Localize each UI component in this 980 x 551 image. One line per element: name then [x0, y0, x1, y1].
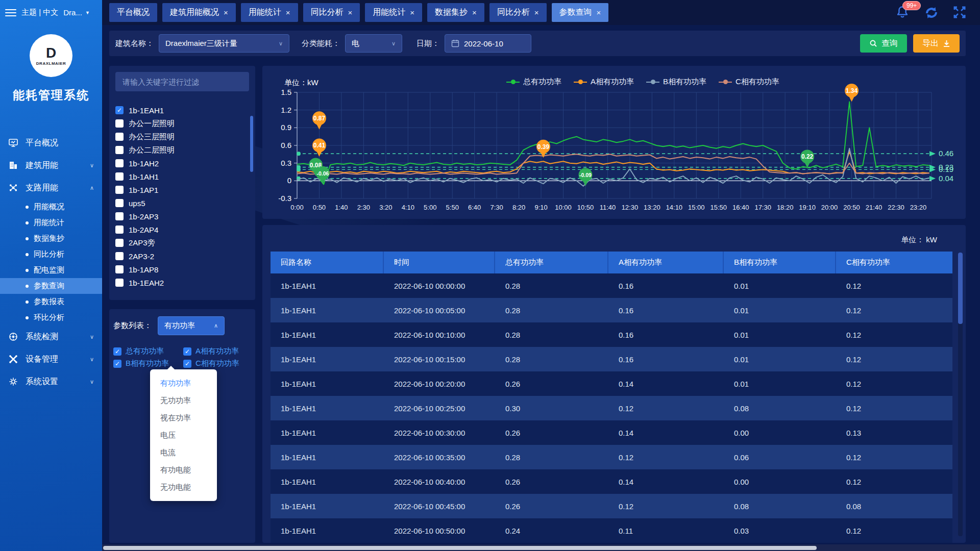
tab-用能统计[interactable]: 用能统计×: [241, 3, 298, 22]
dropdown-option-有功功率[interactable]: 有功功率: [150, 374, 217, 392]
sidebar-item-系统检测[interactable]: 系统检测∨: [0, 325, 102, 348]
checkbox[interactable]: [115, 199, 124, 207]
legend-item-B相有功功率[interactable]: B相有功功率: [646, 77, 706, 87]
circuit-item-1b-1EAH1[interactable]: ✓1b-1EAH1: [115, 104, 249, 117]
series-check-A相有功功率[interactable]: ✓A相有功功率: [183, 346, 253, 356]
checkbox[interactable]: [115, 119, 124, 128]
refresh-icon[interactable]: [924, 5, 939, 20]
circuit-item-1b-1AH2[interactable]: 1b-1AH2: [115, 157, 249, 170]
circuit-item-办公一层照明[interactable]: 办公一层照明: [115, 117, 249, 130]
table-cell: 0.30: [495, 396, 608, 420]
checkbox[interactable]: [115, 279, 124, 287]
sidebar-subitem-参数查询[interactable]: 参数查询: [0, 278, 102, 294]
tab-数据集抄[interactable]: 数据集抄×: [427, 3, 484, 22]
circuit-item-1b-2AP3[interactable]: 1b-2AP3: [115, 210, 249, 223]
tab-平台概况[interactable]: 平台概况: [109, 3, 157, 22]
checkbox[interactable]: [115, 172, 124, 181]
checkbox[interactable]: [115, 239, 124, 247]
tab-参数查询[interactable]: 参数查询×: [552, 3, 609, 22]
circuit-item-1b-1AP8[interactable]: 1b-1AP8: [115, 263, 249, 276]
energy-type-select[interactable]: 电 ∨: [345, 34, 402, 53]
legend-item-总有功功率[interactable]: 总有功功率: [506, 77, 561, 87]
circuit-item-办公二层照明[interactable]: 办公二层照明: [115, 143, 249, 157]
table-row: 1b-1EAH12022-06-10 00:40:000.260.140.000…: [271, 469, 952, 494]
tab-同比分析[interactable]: 同比分析×: [303, 3, 360, 22]
checkbox[interactable]: ✓: [113, 347, 121, 356]
sidebar-item-系统设置[interactable]: 系统设置∨: [0, 370, 102, 393]
tab-同比分析[interactable]: 同比分析×: [489, 3, 547, 22]
sidebar-item-label: 平台概况: [26, 138, 58, 148]
table-cell: 0.03: [724, 518, 836, 543]
dropdown-option-无功电能[interactable]: 无功电能: [150, 479, 217, 496]
legend-item-A相有功功率[interactable]: A相有功功率: [574, 77, 634, 87]
sidebar-item-设备管理[interactable]: 设备管理∨: [0, 348, 102, 370]
sidebar-subitem-数据集抄[interactable]: 数据集抄: [0, 231, 102, 246]
circuit-item-2AP3-2[interactable]: 2AP3-2: [115, 249, 249, 263]
series-check-总有功功率[interactable]: ✓总有功功率: [113, 346, 183, 356]
checkbox[interactable]: ✓: [183, 360, 191, 368]
series-check-B相有功功率[interactable]: ✓B相有功功率: [113, 359, 183, 368]
theme-language-switch[interactable]: 主题 | 中文: [21, 8, 58, 17]
close-icon[interactable]: ×: [472, 8, 477, 17]
building-select[interactable]: Draexlmaier三级计量 ∨: [159, 34, 289, 53]
circuit-item-1b-1EAH2[interactable]: 1b-1EAH2: [115, 276, 249, 289]
checkbox[interactable]: ✓: [183, 347, 191, 356]
close-icon[interactable]: ×: [534, 8, 539, 17]
tab-建筑用能概况[interactable]: 建筑用能概况×: [162, 3, 236, 22]
x-tick-label: 19:10: [799, 204, 816, 211]
dropdown-option-无功功率[interactable]: 无功功率: [150, 392, 217, 409]
parameter-select[interactable]: 有功功率 ∧: [158, 316, 225, 335]
sidebar-subitem-配电监测[interactable]: 配电监测: [0, 262, 102, 278]
horizontal-scrollbar[interactable]: [102, 544, 980, 551]
circuit-list-scrollbar[interactable]: [250, 116, 253, 172]
dropdown-option-有功电能[interactable]: 有功电能: [150, 461, 217, 479]
checkbox[interactable]: [115, 186, 124, 194]
close-icon[interactable]: ×: [410, 8, 414, 17]
circuit-item-办公三层照明[interactable]: 办公三层照明: [115, 130, 249, 143]
fullscreen-icon[interactable]: [952, 5, 968, 20]
checkbox[interactable]: [115, 133, 124, 141]
sidebar-subitem-用能统计[interactable]: 用能统计: [0, 215, 102, 231]
checkbox[interactable]: [115, 226, 124, 234]
checkbox[interactable]: [115, 146, 124, 154]
dropdown-option-电压[interactable]: 电压: [150, 427, 217, 444]
sidebar-subitem-环比分析[interactable]: 环比分析: [0, 310, 102, 325]
dropdown-option-视在功率[interactable]: 视在功率: [150, 409, 217, 427]
sidebar-item-支路用能[interactable]: 支路用能∧: [0, 177, 102, 199]
checkbox[interactable]: [115, 265, 124, 273]
table-scrollbar[interactable]: [958, 253, 963, 536]
x-tick-label: 10:50: [577, 204, 594, 211]
hamburger-icon[interactable]: [5, 9, 16, 16]
tab-用能统计[interactable]: 用能统计×: [365, 3, 422, 22]
legend-item-C相有功功率[interactable]: C相有功功率: [719, 77, 779, 87]
circuit-item-1b-1AP1[interactable]: 1b-1AP1: [115, 183, 249, 196]
circuit-item-2AP3旁[interactable]: 2AP3旁: [115, 236, 249, 249]
circuit-search-input[interactable]: [115, 72, 249, 91]
sidebar-subitem-同比分析[interactable]: 同比分析: [0, 246, 102, 262]
notification-bell-icon[interactable]: 99+: [895, 5, 911, 20]
user-menu[interactable]: Dra... ▼: [63, 8, 90, 17]
sidebar-subitem-用能概况[interactable]: 用能概况: [0, 199, 102, 215]
circuit-item-ups5[interactable]: ups5: [115, 196, 249, 210]
close-icon[interactable]: ×: [597, 8, 601, 17]
checkbox[interactable]: [115, 159, 124, 167]
checkbox[interactable]: [115, 212, 124, 220]
dropdown-option-电流[interactable]: 电流: [150, 444, 217, 461]
x-tick-label: 11:40: [600, 204, 616, 211]
query-button[interactable]: 查询: [860, 34, 907, 53]
branch-icon: [8, 183, 18, 193]
export-button[interactable]: 导出: [913, 34, 960, 53]
sidebar-item-建筑用能[interactable]: 建筑用能∨: [0, 154, 102, 177]
close-icon[interactable]: ×: [224, 8, 228, 17]
close-icon[interactable]: ×: [286, 8, 290, 17]
close-icon[interactable]: ×: [348, 8, 353, 17]
checkbox[interactable]: [115, 252, 124, 260]
sidebar-subitem-参数报表[interactable]: 参数报表: [0, 294, 102, 310]
series-check-C相有功功率[interactable]: ✓C相有功功率: [183, 359, 253, 368]
circuit-item-1b-2AP4[interactable]: 1b-2AP4: [115, 223, 249, 236]
circuit-item-1b-1AH1[interactable]: 1b-1AH1: [115, 170, 249, 183]
checkbox[interactable]: ✓: [115, 106, 124, 114]
sidebar-item-平台概况[interactable]: 平台概况: [0, 132, 102, 154]
date-picker[interactable]: 2022-06-10: [445, 34, 531, 53]
checkbox[interactable]: ✓: [113, 360, 121, 368]
